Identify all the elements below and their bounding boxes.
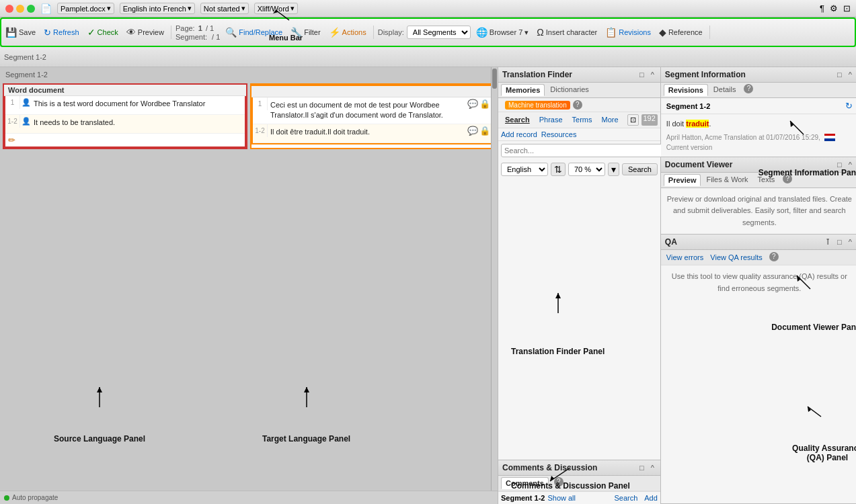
comments-search-link[interactable]: Search (614, 494, 637, 502)
reference-button[interactable]: ◆ Reference (656, 26, 705, 39)
settings-icon[interactable]: ⚙ (830, 3, 838, 13)
tab-preview[interactable]: Preview (664, 174, 701, 186)
seg-info-expand-btn[interactable]: ^ (847, 70, 854, 79)
swap-icon[interactable]: ⇅ (551, 163, 566, 176)
expand-button[interactable]: ^ (649, 70, 656, 79)
target-panel-header (251, 85, 494, 97)
scrollbar-thumb[interactable] (492, 69, 497, 89)
status-dropdown[interactable]: Not started ▾ (200, 3, 249, 14)
pencil-icon[interactable]: ✏ (8, 135, 15, 145)
find-replace-button[interactable]: 🔍 Find/Replace (223, 26, 285, 39)
comments-add-link[interactable]: Add (644, 494, 658, 502)
lock-icon[interactable]: 🔒 (479, 99, 490, 108)
tab-details[interactable]: Details (709, 84, 740, 96)
doc-viewer-minimize-btn[interactable]: □ (835, 160, 844, 169)
translation-finder-header: Translation Finder □ ^ (498, 67, 660, 83)
close-dot[interactable] (5, 5, 13, 13)
doc-viewer-help[interactable]: ? (783, 174, 792, 183)
minimize-dot[interactable] (16, 5, 24, 13)
target-lang-annotation: Target Language Panel (262, 407, 350, 444)
refresh-small-icon[interactable]: ↻ (845, 101, 853, 111)
qa-help[interactable]: ? (769, 252, 779, 261)
search-results-area (498, 179, 660, 460)
maximize-dot[interactable] (27, 5, 35, 13)
svg-marker-15 (808, 407, 811, 412)
comment-icon[interactable]: 💬 (467, 126, 478, 135)
browser-button[interactable]: 🌐 Browser 7 ▾ (473, 26, 532, 39)
browser-label: Browser 7 (490, 28, 523, 36)
preview-button[interactable]: 👁 Preview (124, 26, 167, 39)
doc-viewer-expand-btn[interactable]: ^ (847, 160, 854, 169)
actions-icon: ⚡ (329, 27, 340, 38)
comments-discussion-panel: Comments & Discussion □ ^ Comments ? Seg… (498, 460, 660, 504)
qa-body: Use this tool to view quality assurance … (661, 265, 856, 300)
tab-revisions[interactable]: Revisions (664, 84, 708, 96)
subtab-search[interactable]: Search (501, 114, 534, 126)
qa-controls: ⊺ □ ^ (826, 237, 854, 247)
expand-icon[interactable]: ⊡ (843, 3, 851, 13)
tab-dictionaries[interactable]: Dictionaries (546, 84, 592, 96)
comments-segment-row: Segment 1-2 Show all Search Add (498, 491, 660, 504)
seg-info-help[interactable]: ? (744, 84, 753, 93)
machine-trans-help[interactable]: ? (573, 100, 582, 110)
qa-sort-icon[interactable]: ⊺ (826, 237, 830, 247)
actions-button[interactable]: ⚡ Actions (326, 26, 369, 39)
subtab-terms[interactable]: Terms (568, 114, 596, 126)
check-button[interactable]: ✓ Check (85, 26, 121, 39)
find-icon: 🔍 (225, 27, 237, 38)
filter-button[interactable]: 🔧 Filter (288, 26, 323, 39)
tab-texts[interactable]: Texts (754, 174, 779, 186)
minimize-button[interactable]: □ (637, 70, 646, 79)
resources-link[interactable]: Resources (541, 130, 577, 138)
doc-viewer-title: Document Viewer (665, 160, 732, 169)
search-button[interactable]: Search (622, 163, 658, 175)
add-record-link[interactable]: Add record (501, 130, 537, 138)
table-row: 1-2 Il doit être traduit.Il doit traduit… (253, 124, 492, 143)
reference-icon: ◆ (659, 27, 666, 38)
search-expand-btn[interactable]: ⊡ (627, 114, 639, 126)
flag-icon (824, 134, 835, 141)
segment-id-row: Segment 1-2 ↻ (661, 98, 856, 114)
lock-icon[interactable]: 🔒 (479, 126, 490, 135)
display-select[interactable]: All Segments (407, 26, 471, 39)
comments-expand-btn[interactable]: ^ (649, 463, 656, 472)
lang-pair-dropdown[interactable]: English into French ▾ (120, 3, 195, 14)
comments-help[interactable]: ? (554, 477, 563, 487)
paragraph-icon[interactable]: ¶ (820, 3, 824, 13)
view-qa-results-tab[interactable]: View QA results (707, 252, 765, 263)
language-select[interactable]: English (501, 163, 548, 176)
seg-info-minimize-btn[interactable]: □ (835, 70, 844, 79)
doc-name-label: Pamplet.docx (61, 5, 106, 13)
tab-files-work[interactable]: Files & Work (702, 174, 752, 186)
percent-select[interactable]: 70 % (568, 163, 605, 176)
status-bar: Auto propagate (0, 491, 498, 504)
save-button[interactable]: 💾 Save (3, 26, 38, 39)
comment-icon[interactable]: 💬 (467, 99, 478, 108)
find-replace-label: Find/Replace (239, 28, 282, 36)
save-icon: 💾 (5, 27, 17, 38)
doc-name-dropdown[interactable]: Pamplet.docx ▾ (57, 3, 114, 14)
subtab-phrase[interactable]: Phrase (535, 114, 567, 126)
subtab-more[interactable]: More (598, 114, 623, 126)
comments-minimize-btn[interactable]: □ (637, 463, 646, 472)
show-all-link[interactable]: Show all (547, 494, 576, 502)
qa-expand-btn[interactable]: ^ (847, 237, 854, 247)
chevron-down-icon[interactable]: ▾ (608, 163, 619, 176)
segment-id-label: Segment 1-2 (4, 53, 46, 61)
tab-memories[interactable]: Memories (501, 84, 545, 96)
comments-tabs: Comments ? (498, 476, 660, 491)
insert-char-button[interactable]: Ω Insert character (534, 26, 600, 39)
search-input[interactable] (501, 144, 663, 157)
format-dropdown[interactable]: Xliff/Word ▾ (254, 3, 298, 14)
qa-minimize-btn[interactable]: □ (835, 237, 844, 247)
format-label: Xliff/Word (258, 5, 289, 13)
vertical-scrollbar[interactable] (491, 67, 498, 504)
revisions-button[interactable]: 📋 Revisions (602, 26, 654, 39)
view-errors-tab[interactable]: View errors (664, 252, 706, 263)
tab-comments[interactable]: Comments (501, 477, 549, 489)
user-icon: 👤 (20, 96, 31, 109)
refresh-button[interactable]: ↻ Refresh (41, 26, 82, 39)
source-panel: Word document 1 👤 This is a test word do… (3, 83, 247, 149)
qa-panel: QA ⊺ □ ^ View errors View QA results ? U… (661, 235, 856, 504)
revisions-label: Revisions (619, 28, 651, 36)
